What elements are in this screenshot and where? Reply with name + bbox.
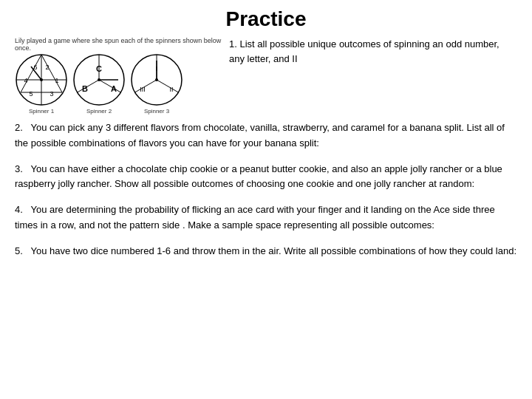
spinners-row: 6 2 1 3 5 4 Spinner 1 [15,53,222,115]
top-section: Lily played a game where she spun each o… [15,37,517,115]
spinner-3-label: Spinner 3 [130,108,183,115]
svg-point-31 [155,78,158,81]
q4-number: 4. [15,204,23,215]
svg-point-22 [98,78,100,81]
spinner-2: C A B Spinner 2 [72,53,126,115]
q3-text: You can have either a chocolate chip coo… [15,163,502,190]
spinner-3: I II III Spinner 3 [130,53,183,115]
q5-text: You have two dice numbered 1-6 and throw… [30,245,516,256]
question-1: 1. List all possible unique outcomes of … [222,37,517,66]
svg-text:C: C [96,64,102,73]
svg-text:III: III [140,86,146,93]
svg-text:II: II [169,86,173,93]
svg-text:2: 2 [45,64,49,71]
svg-point-13 [40,78,43,81]
svg-text:B: B [82,84,88,93]
spinner-1-label: Spinner 1 [15,108,68,115]
svg-text:3: 3 [50,90,53,98]
svg-text:5: 5 [29,90,33,98]
q3-number: 3. [15,163,23,174]
svg-text:A: A [111,84,117,93]
spinner-2-label: Spinner 2 [72,108,126,115]
q4-text: You are determining the probability of f… [15,204,495,231]
spinner-caption: Lily played a game where she spun each o… [15,37,222,52]
question-4: 4. You are determining the probability o… [15,202,517,233]
spinners-area: Lily played a game where she spun each o… [15,37,222,115]
svg-text:1: 1 [55,77,58,84]
spinner-1: 6 2 1 3 5 4 Spinner 1 [15,53,68,115]
q2-number: 2. [15,122,23,133]
question-3: 3. You can have either a chocolate chip … [15,162,517,193]
q5-number: 5. [15,245,23,256]
q2-text: You can pick any 3 different flavors fro… [15,122,505,149]
q1-number: 1. [229,38,237,50]
question-5: 5. You have two dice numbered 1-6 and th… [15,244,517,259]
page-title: Practice [15,7,517,31]
q1-text: List all possible unique outcomes of spi… [229,38,499,64]
svg-text:4: 4 [24,77,27,84]
question-2: 2. You can pick any 3 different flavors … [15,120,517,151]
page: Practice Lily played a game where she sp… [0,0,532,399]
